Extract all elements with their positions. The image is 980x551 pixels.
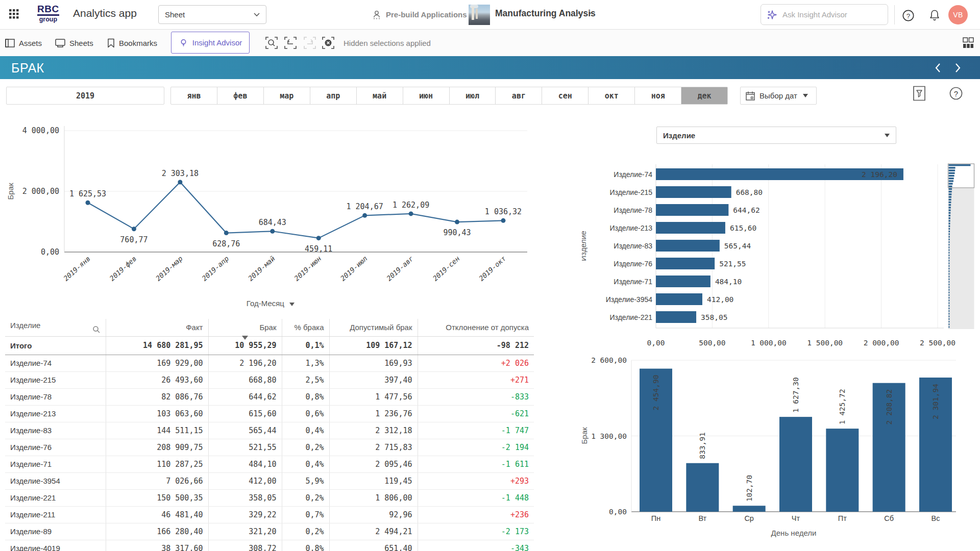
line-point[interactable] <box>362 213 367 218</box>
product-cell[interactable]: Изделие-74 <box>5 355 106 371</box>
value-cell: 103 063,60 <box>106 405 208 422</box>
month-button-сен[interactable]: сен <box>542 87 589 104</box>
defects-trend-chart[interactable]: 0,002 000,004 000,00Брак1 625,532019-янв… <box>5 120 536 314</box>
step-back-icon[interactable] <box>284 37 297 49</box>
line-point[interactable] <box>455 220 459 224</box>
value-cell: 644,62 <box>208 388 282 405</box>
month-button-фев[interactable]: фев <box>217 87 264 104</box>
product-cell[interactable]: Изделие-83 <box>5 422 106 439</box>
line-point[interactable] <box>501 218 505 223</box>
defects-by-weekday-chart[interactable]: 0,001 300,002 600,00БракДень неделиПн2 4… <box>582 352 980 551</box>
line-point[interactable] <box>132 227 136 231</box>
date-picker-label: Выбор дат <box>760 91 797 100</box>
notifications-bell-icon[interactable] <box>929 9 940 21</box>
next-sheet-chevron-icon[interactable] <box>954 63 962 73</box>
column-header-3[interactable]: Брак <box>208 319 282 336</box>
month-button-авг[interactable]: авг <box>496 87 542 104</box>
search-icon[interactable] <box>92 325 101 334</box>
rbc-group-logo[interactable]: RBC group <box>37 4 59 23</box>
month-button-дек[interactable]: дек <box>681 87 727 104</box>
help-filter-icon[interactable]: ? <box>949 87 963 100</box>
product-bar[interactable] <box>656 240 720 252</box>
sheets-button[interactable]: Sheets <box>55 30 93 56</box>
product-cell[interactable]: Изделие-213 <box>5 405 106 422</box>
value-cell: 119,45 <box>329 472 418 489</box>
svg-text:0,00: 0,00 <box>41 247 59 257</box>
user-avatar[interactable]: VB <box>948 5 968 24</box>
line-point[interactable] <box>224 231 229 235</box>
line-point[interactable] <box>409 211 413 216</box>
product-cell[interactable]: Изделие-89 <box>5 523 106 540</box>
product-bar[interactable] <box>656 293 702 305</box>
line-point[interactable] <box>270 229 275 234</box>
year-filter[interactable]: 2019 <box>6 87 164 105</box>
weekday-bar[interactable] <box>733 506 766 512</box>
month-button-ноя[interactable]: ноя <box>635 87 681 104</box>
product-cell[interactable]: Изделие-211 <box>5 506 106 523</box>
selections-tool-icon[interactable] <box>913 86 926 101</box>
month-button-июл[interactable]: июл <box>450 87 496 104</box>
value-cell: 521,55 <box>208 439 282 456</box>
insight-advisor-button[interactable]: Insight Advisor <box>171 32 250 54</box>
product-bar[interactable] <box>656 311 696 323</box>
month-button-окт[interactable]: окт <box>589 87 635 104</box>
insight-advisor-search[interactable]: Ask Insight Advisor <box>761 4 888 25</box>
product-bar[interactable] <box>656 186 731 198</box>
step-forward-icon[interactable] <box>304 37 316 49</box>
more-options-button[interactable]: ··· <box>577 6 594 19</box>
column-header-4[interactable]: % брака <box>282 319 329 336</box>
x-dimension-selector[interactable]: Год-Месяц <box>5 299 536 308</box>
weekday-bar[interactable] <box>826 429 859 512</box>
value-cell: 565,44 <box>208 422 282 439</box>
smart-search-selections-icon[interactable] <box>265 37 278 49</box>
year-value: 2019 <box>76 91 94 101</box>
space-breadcrumb[interactable]: Pre-build Applications <box>372 0 467 29</box>
product-bar[interactable] <box>656 258 715 269</box>
line-point[interactable] <box>178 180 182 184</box>
column-header-6[interactable]: Отклонение от допуска <box>418 319 534 336</box>
assets-button[interactable]: Assets <box>5 30 42 56</box>
column-header-5[interactable]: Допустимый брак <box>329 319 418 336</box>
svg-text:644,62: 644,62 <box>733 206 760 214</box>
line-point[interactable] <box>316 236 321 240</box>
product-bar[interactable] <box>656 204 728 216</box>
clear-selections-icon[interactable] <box>322 37 334 49</box>
help-icon[interactable]: ? <box>902 10 914 21</box>
month-button-май[interactable]: май <box>357 87 403 104</box>
column-header-1[interactable]: Изделие <box>5 319 106 336</box>
product-cell[interactable]: Изделие-78 <box>5 388 106 405</box>
product-cell[interactable]: Изделие-215 <box>5 371 106 388</box>
product-bar[interactable] <box>656 276 710 287</box>
line-point[interactable] <box>86 201 90 205</box>
svg-text:2019-янв: 2019-янв <box>62 254 92 282</box>
month-button-июн[interactable]: июн <box>403 87 450 104</box>
value-cell: -1 747 <box>418 422 534 439</box>
month-button-янв[interactable]: янв <box>171 87 217 104</box>
date-picker[interactable]: Выбор дат <box>740 87 817 105</box>
table-row: Изделие-83144 511,15565,440,4%2 312,18-1… <box>5 422 534 439</box>
weekday-bar[interactable] <box>779 417 812 512</box>
product-cell[interactable]: Изделие-3954 <box>5 472 106 489</box>
month-button-мар[interactable]: мар <box>264 87 310 104</box>
app-menu-icon[interactable] <box>9 9 19 19</box>
defects-by-product-chart[interactable]: 0,00500,001 000,001 500,002 000,002 500,… <box>582 153 980 357</box>
svg-text:Сб: Сб <box>884 514 894 522</box>
defects-table[interactable]: ИзделиеФактБрак% бракаДопустимый бракОтк… <box>5 319 534 551</box>
product-cell[interactable]: Изделие-4019 <box>5 540 106 551</box>
product-cell[interactable]: Изделие-76 <box>5 439 106 456</box>
svg-text:358,05: 358,05 <box>701 313 727 321</box>
column-header-2[interactable]: Факт <box>106 319 208 336</box>
month-button-апр[interactable]: апр <box>310 87 357 104</box>
sheet-layout-icon[interactable] <box>963 37 974 48</box>
weekday-bar[interactable] <box>686 463 719 512</box>
product-dimension-selector[interactable]: Изделие <box>656 127 896 144</box>
table-total-row: Итого14 680 281,9510 955,290,1%109 167,1… <box>5 336 534 355</box>
sheet-selector[interactable]: Sheet <box>158 5 266 24</box>
product-bar[interactable] <box>656 222 725 234</box>
app-thumbnail[interactable] <box>469 5 490 25</box>
prev-sheet-chevron-icon[interactable] <box>934 63 941 73</box>
product-cell[interactable]: Изделие-71 <box>5 456 106 472</box>
logo-line2: group <box>37 16 59 23</box>
product-cell[interactable]: Изделие-221 <box>5 489 106 506</box>
bookmarks-button[interactable]: Bookmarks <box>107 30 157 56</box>
